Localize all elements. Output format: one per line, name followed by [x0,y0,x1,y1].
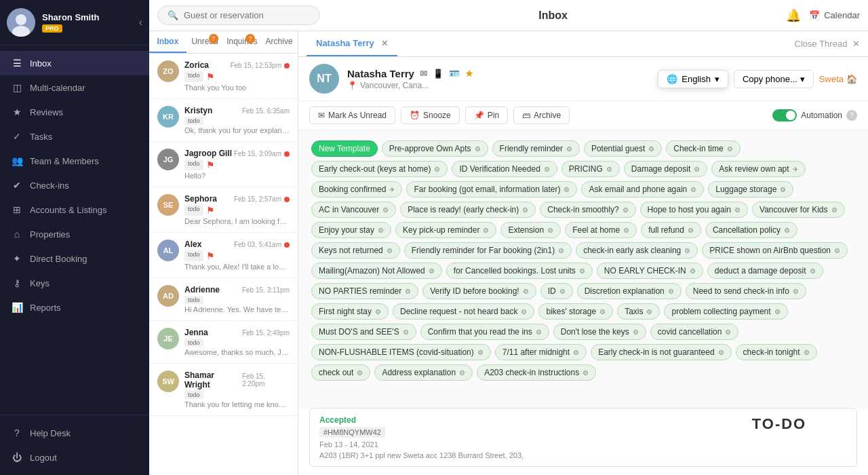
message-item-kristyn[interactable]: KR Kristyn Feb 15, 6:35am todo Ok, thank… [149,99,298,142]
template-tag-37[interactable]: Need to send check-in info ⚙ [686,283,806,299]
template-tag-50[interactable]: check-in tonight ⚙ [736,344,817,360]
template-tag-14[interactable]: AC in Vancouver ⚙ [311,202,396,218]
language-dropdown[interactable]: 🌐 English ▾ [658,70,728,88]
template-tag-53[interactable]: A203 check-in instructions ⚙ [477,364,596,381]
pin-button[interactable]: 📌 Pin [465,107,508,124]
template-tag-3[interactable]: Potential guest ⚙ [584,140,662,157]
tab-archive[interactable]: Archive [260,31,298,53]
template-tag-35[interactable]: ID ⚙ [540,283,573,299]
template-tag-10[interactable]: Booking confirmed ✈ [311,181,402,197]
template-tag-38[interactable]: First night stay ⚙ [311,303,389,320]
template-tag-51[interactable]: check out ⚙ [311,364,370,381]
archive-button[interactable]: 🗃 Archive [513,107,570,124]
template-tag-32[interactable]: deduct a damage deposit ⚙ [707,263,823,279]
sidebar-item-keys[interactable]: ⚷ Keys [0,271,149,295]
message-item-alex[interactable]: AL Alex Feb 03, 5:41am todo ⚑ Thank you,… [149,233,298,278]
template-tag-8[interactable]: Damage deposit ⚙ [624,161,707,177]
inbox-icon: ☰ [11,58,23,69]
copy-phone-button[interactable]: Copy phone... ▾ [734,70,814,88]
message-item-jagroop[interactable]: JG Jagroop Gill Feb 15, 3:09am todo ⚑ He… [149,142,298,187]
template-tag-18[interactable]: Vancouver for Kids ⚙ [752,202,845,218]
template-tag-30[interactable]: for Cancelled bookings. Lost units ⚙ [446,263,593,279]
sidebar-item-accounts[interactable]: ⊞ Accounts & Listings [0,197,149,222]
sidebar-collapse-button[interactable]: ‹ [139,16,142,28]
message-item-sephora[interactable]: SE Sephora Feb 15, 2:57am todo ⚑ Dear Se… [149,187,298,233]
template-tag-49[interactable]: Early check-in is not guaranteed ⚙ [591,344,731,360]
template-tag-6[interactable]: ID Verification Needed ⚙ [452,161,557,177]
template-tag-36[interactable]: Discretion explanation ⚙ [577,283,682,299]
close-thread-button[interactable]: Close Thread ✕ [795,39,860,49]
template-tag-33[interactable]: NO PARTIES reminder ⚙ [311,283,418,299]
template-tag-28[interactable]: PRICE shown on AirBnb question ⚙ [702,242,848,259]
template-tag-29[interactable]: Mailing(Amazon) Not Allowed ⚙ [311,263,442,279]
template-tag-41[interactable]: Taxis ⚙ [617,303,660,320]
bell-icon[interactable]: 🔔 [786,8,801,23]
template-tag-44[interactable]: Confirm that you read the ins ⚙ [420,324,549,340]
template-tag-26[interactable]: Friendly reminder for Far booking (2in1)… [404,242,572,259]
template-tag-25[interactable]: Keys not returned ⚙ [311,242,400,259]
template-tag-43[interactable]: Must DO'S and SEE'S ⚙ [311,324,416,340]
sidebar-item-checkins[interactable]: ✔ Check-ins [0,173,149,197]
template-tag-0[interactable]: New Template [311,140,378,157]
template-tag-52[interactable]: Address explanation ⚙ [374,364,473,381]
template-tag-21[interactable]: Extension ⚙ [500,222,561,238]
template-tag-9[interactable]: Ask review own apt ✈ [711,161,805,177]
thread-tab-close[interactable]: ✕ [381,39,388,48]
template-tag-5[interactable]: Early check-out (keys at home) ⚙ [311,161,448,177]
template-tag-34[interactable]: Verify ID before booking! ⚙ [422,283,536,299]
sidebar-item-team[interactable]: 👥 Team & Members [0,149,149,173]
template-tag-13[interactable]: Luggage storage ⚙ [708,181,793,197]
sweta-link[interactable]: Sweta 🏠 [819,74,857,84]
template-tag-17[interactable]: Hope to host you again ⚙ [640,202,748,218]
message-item-jenna[interactable]: JE Jenna Feb 15, 2:49pm todo Awesome, th… [149,321,298,364]
calendar-button[interactable]: 📅 Calendar [809,10,860,20]
thread-tab-natasha[interactable]: Natasha Terry ✕ [307,31,397,56]
template-tag-24[interactable]: Cancellation policy ⚙ [705,222,797,238]
automation-toggle-switch[interactable] [772,109,797,121]
mark-unread-button[interactable]: ✉ Mark As Unread [309,107,395,124]
template-tag-39[interactable]: Decline request - not heard back ⚙ [393,303,534,320]
avatar: JE [157,328,179,349]
message-item-shamar[interactable]: SW Shamar Wright Feb 15, 2:20pm todo Tha… [149,364,298,416]
template-tag-45[interactable]: Don't lose the keys ⚙ [553,324,646,340]
template-tag-48[interactable]: 7/11 after midnight ⚙ [495,344,587,360]
template-tag-22[interactable]: Feel at home ⚙ [565,222,637,238]
template-tag-11[interactable]: Far booking (got email, information late… [406,181,577,197]
tab-inquiries[interactable]: Inquiries ? [224,31,261,53]
automation-toggle: Automation ? [772,109,857,121]
template-tag-46[interactable]: covid cancellation ⚙ [650,324,739,340]
sidebar-item-logout[interactable]: ⏻ Logout [0,445,149,470]
template-tag-31[interactable]: NO EARLY CHECK-IN ⚙ [597,263,703,279]
sidebar-item-inbox[interactable]: ☰ Inbox [0,51,149,75]
template-tag-15[interactable]: Place is ready! (early check-in) ⚙ [400,202,536,218]
sidebar-item-tasks[interactable]: ✓ Tasks [0,124,149,149]
sidebar-item-properties[interactable]: ⌂ Properties [0,222,149,246]
tab-inbox[interactable]: Inbox [149,31,186,53]
tab-unread[interactable]: Unread ? [186,31,224,53]
sidebar-item-reports[interactable]: 📊 Reports [0,295,149,320]
template-tag-16[interactable]: Check-in smoothly? ⚙ [540,202,635,218]
sidebar-item-reviews[interactable]: ★ Reviews [0,100,149,124]
template-tag-27[interactable]: check-in early ask cleaning ⚙ [576,242,698,259]
template-tag-7[interactable]: PRICING ⚙ [561,161,620,177]
search-box[interactable]: 🔍 [157,5,320,25]
template-tag-4[interactable]: Check-in time ⚙ [666,140,740,157]
sidebar-item-help[interactable]: ? Help Desk [0,421,149,445]
template-tag-2[interactable]: Friendly reminder ⚙ [492,140,580,157]
template-tag-42[interactable]: problem collecting payment ⚙ [664,303,787,320]
template-tag-23[interactable]: full refund ⚙ [641,222,701,238]
message-item-zorica[interactable]: ZO Zorica Feb 15, 12:53pm todo ⚑ Thank y… [149,54,298,99]
template-tag-40[interactable]: bikes' storage ⚙ [538,303,613,320]
template-tag-20[interactable]: Key pick-up reminder ⚙ [395,222,496,238]
template-tag-19[interactable]: Enjoy your stay ⚙ [311,222,391,238]
snooze-button[interactable]: ⏰ Snooze [401,107,460,124]
template-tag-1[interactable]: Pre-approve Own Apts ⚙ [382,140,488,157]
search-input[interactable] [184,10,310,20]
template-tag-47[interactable]: NON-FLUSHABLE ITEMS (covid-situation) ⚙ [311,344,491,360]
message-item-adrienne[interactable]: AD Adrienne Feb 15, 3:11pm todo Hi Adrie… [149,278,298,321]
template-tag-12[interactable]: Ask email and phone again ⚙ [581,181,704,197]
automation-help-icon[interactable]: ? [846,110,857,121]
sidebar-item-direct-booking[interactable]: ✦ Direct Booking [0,246,149,271]
sidebar-item-multi-calendar[interactable]: ◫ Multi-calendar [0,75,149,100]
booking-id: #HM8NQYMW42 [319,427,385,438]
